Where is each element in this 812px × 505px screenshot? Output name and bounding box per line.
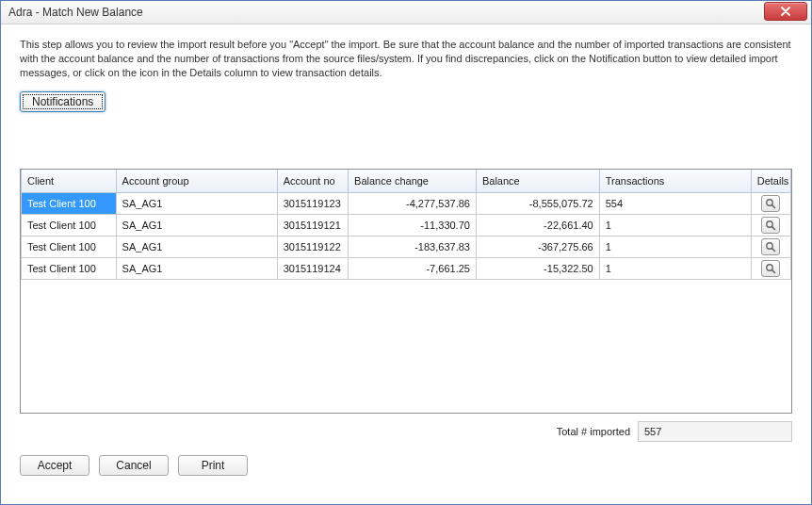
cell-balance: -15,322.50 — [476, 257, 599, 279]
content-area: This step allows you to review the impor… — [3, 24, 809, 502]
cell-details — [751, 236, 790, 257]
summary-row: Total # imported 557 — [20, 421, 792, 442]
magnifier-icon — [765, 220, 776, 231]
table-row[interactable]: Test Client 100SA_AG13015119122-183,637.… — [22, 236, 791, 257]
cell-balance-change: -183,637.83 — [349, 236, 477, 257]
cell-account-group: SA_AG1 — [116, 257, 277, 279]
cell-details — [751, 257, 790, 279]
magnifier-icon — [765, 241, 776, 252]
col-header-account-group[interactable]: Account group — [116, 170, 277, 193]
app-window: Adra - Match New Balance This step allow… — [0, 0, 812, 505]
cell-balance: -8,555,075.72 — [476, 192, 599, 214]
cell-account-no: 3015119124 — [277, 257, 348, 279]
col-header-balance-change[interactable]: Balance change — [349, 170, 477, 193]
svg-line-1 — [772, 204, 775, 207]
cell-balance: -367,275.66 — [476, 236, 599, 257]
cell-client: Test Client 100 — [22, 236, 117, 257]
svg-line-5 — [772, 248, 775, 251]
window-controls — [764, 1, 811, 24]
details-button[interactable] — [761, 260, 780, 277]
notifications-row: Notifications — [20, 91, 792, 112]
table-row[interactable]: Test Client 100SA_AG13015119121-11,330.7… — [22, 214, 791, 236]
details-button[interactable] — [761, 195, 780, 212]
cell-account-no: 3015119122 — [277, 236, 348, 257]
results-grid: Client Account group Account no Balance … — [20, 169, 792, 414]
cell-balance-change: -11,330.70 — [349, 214, 477, 236]
cell-balance-change: -7,661.25 — [349, 257, 477, 279]
magnifier-icon — [765, 263, 776, 274]
notifications-button[interactable]: Notifications — [20, 91, 106, 112]
col-header-account-no[interactable]: Account no — [277, 170, 348, 193]
cell-transactions: 554 — [599, 192, 751, 214]
intro-text: This step allows you to review the impor… — [20, 38, 792, 80]
col-header-client[interactable]: Client — [22, 170, 117, 193]
cell-transactions: 1 — [599, 214, 751, 236]
grid-header-row: Client Account group Account no Balance … — [22, 170, 791, 193]
cell-client: Test Client 100 — [22, 192, 117, 214]
cell-account-group: SA_AG1 — [116, 236, 277, 257]
close-icon — [780, 7, 791, 16]
cell-transactions: 1 — [599, 257, 751, 279]
table-row[interactable]: Test Client 100SA_AG13015119124-7,661.25… — [22, 257, 791, 279]
cell-account-no: 3015119121 — [277, 214, 348, 236]
print-button[interactable]: Print — [178, 455, 248, 476]
total-imported-label: Total # imported — [557, 426, 630, 437]
footer-buttons: Accept Cancel Print — [20, 455, 792, 476]
cancel-button[interactable]: Cancel — [99, 455, 169, 476]
col-header-transactions[interactable]: Transactions — [599, 170, 751, 193]
table-row[interactable]: Test Client 100SA_AG13015119123-4,277,53… — [22, 192, 791, 214]
total-imported-value: 557 — [638, 421, 792, 442]
svg-line-7 — [772, 269, 775, 272]
details-button[interactable] — [761, 217, 780, 234]
cell-client: Test Client 100 — [22, 214, 117, 236]
titlebar: Adra - Match New Balance — [1, 1, 811, 24]
details-button[interactable] — [761, 238, 780, 255]
cell-details — [751, 214, 790, 236]
accept-button[interactable]: Accept — [20, 455, 89, 476]
window-title: Adra - Match New Balance — [8, 6, 143, 19]
cell-account-group: SA_AG1 — [116, 214, 277, 236]
cell-details — [751, 192, 790, 214]
svg-line-3 — [772, 226, 775, 229]
cell-balance-change: -4,277,537.86 — [349, 192, 477, 214]
cell-account-group: SA_AG1 — [116, 192, 277, 214]
cell-balance: -22,661.40 — [476, 214, 599, 236]
cell-transactions: 1 — [599, 236, 751, 257]
col-header-balance[interactable]: Balance — [476, 170, 599, 193]
cell-client: Test Client 100 — [22, 257, 117, 279]
col-header-details[interactable]: Details — [751, 170, 790, 193]
cell-account-no: 3015119123 — [277, 192, 348, 214]
close-button[interactable] — [764, 2, 807, 21]
magnifier-icon — [765, 198, 776, 209]
